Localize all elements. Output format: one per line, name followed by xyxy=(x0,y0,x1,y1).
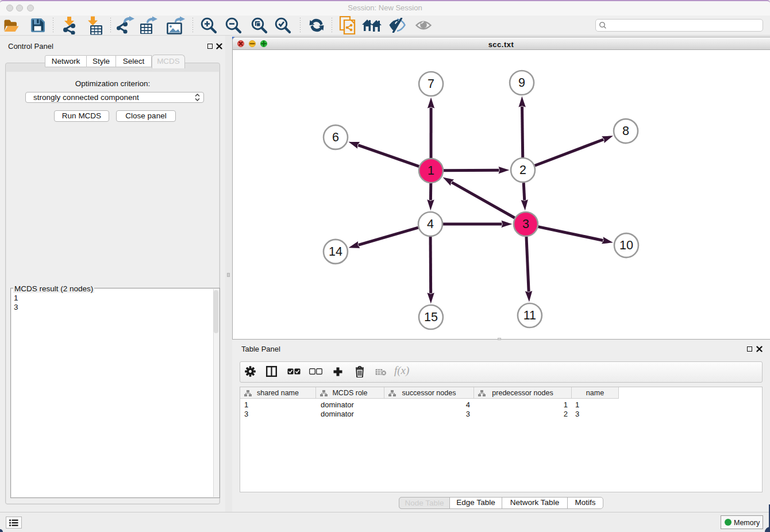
svg-text:11: 11 xyxy=(523,309,536,322)
svg-text:10: 10 xyxy=(619,238,633,252)
svg-text:9: 9 xyxy=(518,76,525,90)
svg-text:7: 7 xyxy=(428,77,434,91)
svg-text:2: 2 xyxy=(519,163,526,177)
svg-text:15: 15 xyxy=(424,310,438,324)
svg-text:6: 6 xyxy=(332,130,339,144)
svg-text:3: 3 xyxy=(522,217,529,231)
svg-text:8: 8 xyxy=(622,124,629,138)
svg-text:1: 1 xyxy=(428,164,434,178)
svg-text:4: 4 xyxy=(427,217,434,231)
svg-text:14: 14 xyxy=(329,245,342,259)
